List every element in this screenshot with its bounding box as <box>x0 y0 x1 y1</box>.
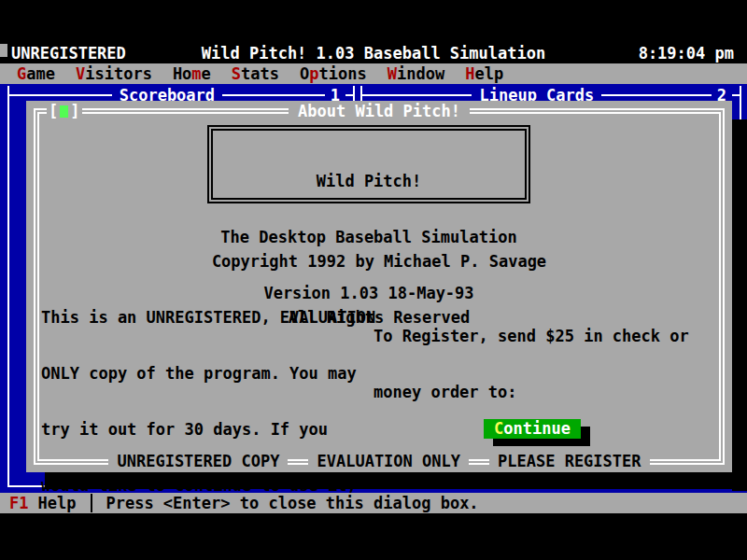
footer-evaluation-label: EVALUATION ONLY <box>308 452 469 470</box>
paragraph-line: would like to continue to use it, <box>41 476 375 495</box>
menu-bar: Game Visitors Home Stats Options Window … <box>0 63 747 84</box>
paragraph-line: try it out for 30 days. If you <box>41 420 375 439</box>
border-line <box>222 94 325 96</box>
version-box-name: Wild Pitch! <box>213 172 525 190</box>
status-bar: F1 Help Press <Enter> to close this dial… <box>0 493 747 513</box>
paragraph-line: This is an UNREGISTERED, EVALUATION <box>41 308 375 327</box>
paragraph-line: you'll have to register. When you <box>41 532 375 551</box>
dialog-shadow-right <box>732 119 747 491</box>
dos-screen: { "colors":{ "desktop_blue":"#0000A8", "… <box>0 0 747 560</box>
border-line <box>9 94 112 96</box>
menu-stats[interactable]: Stats <box>232 64 279 83</box>
app-title: Wild Pitch! 1.03 Baseball Simulation <box>0 44 747 63</box>
dialog-footer: UNREGISTERED COPY EVALUATION ONLY PLEASE… <box>26 452 732 470</box>
desktop: Scoreboard 1 Lineup Cards 2 [] About Wil… <box>0 84 747 493</box>
dialog-title: About Wild Pitch! <box>289 102 470 120</box>
copyright-line: Copyright 1992 by Michael P. Savage <box>26 252 732 271</box>
app-title-bar: UNREGISTERED Wild Pitch! 1.03 Baseball S… <box>0 43 747 63</box>
menu-home[interactable]: Home <box>173 64 211 83</box>
status-divider <box>91 494 92 512</box>
clock: 8:19:04 pm <box>639 44 734 63</box>
dialog-title-row: [] About Wild Pitch! <box>26 102 732 120</box>
register-address-line: PO Box 536, Glen Ridge, NJ 07028 <box>374 551 698 560</box>
register-line: money order to: <box>374 383 698 401</box>
menu-window[interactable]: Window <box>388 64 444 83</box>
border-line <box>362 94 472 96</box>
footer-border-gap <box>288 452 308 470</box>
paragraph-line: ONLY copy of the program. You may <box>41 364 375 383</box>
evaluation-paragraph: This is an UNREGISTERED, EVALUATION ONLY… <box>41 271 375 560</box>
f1-key-label[interactable]: F1 <box>9 494 28 512</box>
footer-border-gap <box>469 452 489 470</box>
about-dialog: [] About Wild Pitch! Wild Pitch! The Des… <box>26 101 732 472</box>
footer-register-label: PLEASE REGISTER <box>489 452 650 470</box>
menu-help[interactable]: Help <box>465 64 503 83</box>
version-box: Wild Pitch! The Desktop Baseball Simulat… <box>207 125 530 203</box>
menu-visitors[interactable]: Visitors <box>76 64 152 83</box>
close-icon <box>60 105 68 118</box>
continue-button[interactable]: Continue <box>484 419 581 439</box>
help-label[interactable]: Help <box>37 494 76 512</box>
border-line <box>601 94 711 96</box>
register-line: To Register, send $25 in check or <box>374 327 698 345</box>
menu-game[interactable]: Game <box>17 64 55 83</box>
status-message: Press <Enter> to close this dialog box. <box>106 494 478 512</box>
border-line <box>345 94 353 96</box>
footer-unregistered-label: UNREGISTERED COPY <box>108 452 288 470</box>
close-button[interactable]: [] <box>47 102 82 120</box>
border-line <box>732 94 740 96</box>
menu-options[interactable]: Options <box>300 64 367 83</box>
